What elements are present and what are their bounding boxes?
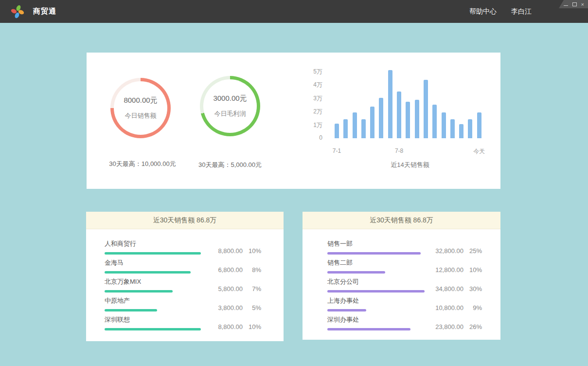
- y-tick-label: 4万: [301, 81, 322, 89]
- y-tick-label: 3万: [301, 94, 322, 103]
- progress-bar: [327, 328, 410, 330]
- pinwheel-logo-icon: [10, 4, 25, 19]
- daily-sales-bar[interactable]: [459, 124, 463, 138]
- item-amount: 3,800.00: [209, 304, 243, 311]
- customers-card-header: 近30天销售额 86.8万: [86, 212, 284, 229]
- x-tick-label: 7-1: [333, 147, 341, 154]
- item-percent: 25%: [463, 247, 482, 255]
- item-amount: 12,800.00: [429, 266, 463, 274]
- departments-sales-card: 近30天销售额 86.8万 销售一部32,800.0025%销售二部12,800…: [303, 212, 500, 340]
- today-profit-label: 今日毛利润: [214, 110, 246, 118]
- daily-sales-bar[interactable]: [442, 112, 446, 138]
- daily-sales-bar[interactable]: [343, 119, 348, 138]
- item-name: 销售二部: [327, 258, 385, 267]
- bar-chart-title: 近14天销售额: [335, 161, 485, 169]
- minimize-icon[interactable]: [564, 5, 568, 6]
- progress-bar: [105, 328, 201, 330]
- donut-center: 3000.00元 今日毛利润: [203, 79, 257, 133]
- help-center-link[interactable]: 帮助中心: [469, 7, 497, 16]
- today-profit-donut: 3000.00元 今日毛利润: [200, 76, 260, 136]
- today-sales-value: 8000.00元: [124, 96, 157, 105]
- item-amount: 32,800.00: [429, 247, 463, 255]
- daily-sales-bar[interactable]: [388, 70, 392, 139]
- item-amount: 6,800.00: [209, 266, 243, 274]
- item-amount: 10,800.00: [429, 304, 463, 311]
- item-percent: 8%: [243, 266, 261, 274]
- item-amount: 5,800.00: [209, 285, 243, 293]
- bar-chart-bars: [335, 70, 481, 138]
- y-tick-label: 1万: [301, 121, 322, 129]
- progress-bar: [327, 290, 425, 293]
- list-item[interactable]: 深圳办事处23,800.0026%: [327, 311, 482, 330]
- header-nav: 帮助中心 李白江: [469, 7, 588, 16]
- item-percent: 10%: [243, 247, 261, 255]
- daily-sales-bar[interactable]: [477, 112, 481, 138]
- progress-bar: [327, 252, 421, 255]
- item-name: 金海马: [105, 258, 191, 267]
- y-tick-label: 0: [301, 134, 322, 141]
- daily-sales-bar[interactable]: [415, 100, 419, 139]
- item-amount: 8,800.00: [209, 247, 243, 255]
- maximize-icon[interactable]: [572, 2, 577, 6]
- customers-list: 人和商贸行8,800.0010%金海马6,800.008%北京万象MIX5,80…: [86, 229, 284, 330]
- item-percent: 10%: [463, 266, 482, 274]
- y-tick-label: 2万: [301, 108, 322, 116]
- donut-center: 8000.00元 今日销售额: [114, 81, 167, 135]
- item-amount: 8,800.00: [209, 323, 243, 330]
- bar-chart-y-axis: 5万4万3万2万1万0: [301, 68, 322, 141]
- x-tick-label: 7-8: [395, 147, 403, 154]
- today-profit-value: 3000.00元: [213, 94, 247, 103]
- today-sales-donut: 8000.00元 今日销售额: [110, 78, 171, 138]
- daily-sales-bar[interactable]: [397, 92, 401, 138]
- list-item[interactable]: 上海办事处10,800.009%: [327, 292, 482, 311]
- item-percent: 9%: [463, 304, 482, 311]
- summary-card: 8000.00元 今日销售额 30天最高：10,000.00元 3000.00元…: [87, 53, 500, 189]
- close-icon[interactable]: ×: [581, 2, 584, 7]
- item-name: 北京万象MIX: [105, 277, 173, 286]
- window-controls: ×: [559, 0, 588, 8]
- progress-bar: [105, 290, 173, 293]
- app-header: 商贸通 帮助中心 李白江: [0, 0, 588, 23]
- item-amount: 34,800.00: [429, 285, 463, 293]
- y-tick-label: 5万: [301, 68, 322, 76]
- progress-bar: [327, 309, 366, 311]
- item-name: 人和商贸行: [105, 239, 201, 248]
- bar-chart-x-axis: 7-17-8今天: [335, 147, 485, 154]
- customers-sales-card: 近30天销售额 86.8万 人和商贸行8,800.0010%金海马6,800.0…: [86, 212, 284, 341]
- item-percent: 26%: [463, 323, 482, 330]
- daily-sales-bar[interactable]: [361, 119, 366, 138]
- departments-card-header: 近30天销售额 86.8万: [303, 212, 500, 229]
- list-item[interactable]: 销售一部32,800.0025%: [327, 235, 482, 255]
- progress-bar: [105, 252, 201, 255]
- daily-sales-bar[interactable]: [424, 80, 428, 138]
- item-percent: 5%: [243, 304, 261, 311]
- item-name: 上海办事处: [327, 296, 366, 305]
- daily-sales-bar[interactable]: [450, 119, 455, 138]
- daily-sales-bar[interactable]: [370, 107, 374, 138]
- daily-sales-bar[interactable]: [353, 112, 357, 138]
- daily-sales-bar[interactable]: [379, 98, 383, 138]
- list-item[interactable]: 中原地产3,800.005%: [105, 292, 261, 311]
- list-item[interactable]: 销售二部12,800.0010%: [327, 254, 482, 274]
- departments-list: 销售一部32,800.0025%销售二部12,800.0010%北京分公司34,…: [303, 229, 500, 330]
- progress-bar: [327, 271, 385, 274]
- item-name: 深圳联想: [105, 315, 201, 324]
- item-percent: 7%: [243, 285, 261, 293]
- profit-30day-max: 30天最高：5,000.00元: [177, 161, 284, 169]
- list-item[interactable]: 人和商贸行8,800.0010%: [105, 235, 261, 255]
- list-item[interactable]: 深圳联想8,800.0010%: [105, 311, 261, 330]
- item-percent: 10%: [243, 323, 261, 330]
- daily-sales-bar[interactable]: [468, 119, 472, 138]
- user-name-link[interactable]: 李白江: [511, 7, 532, 16]
- item-name: 中原地产: [105, 296, 157, 305]
- item-name: 深圳办事处: [327, 315, 410, 324]
- list-item[interactable]: 北京万象MIX5,800.007%: [105, 273, 261, 293]
- list-item[interactable]: 北京分公司34,800.0030%: [327, 273, 482, 293]
- today-sales-label: 今日销售额: [125, 111, 157, 120]
- daily-sales-bar[interactable]: [406, 102, 410, 138]
- daily-sales-bar[interactable]: [432, 105, 437, 138]
- item-amount: 23,800.00: [429, 323, 463, 330]
- daily-sales-bar[interactable]: [335, 124, 339, 138]
- list-item[interactable]: 金海马6,800.008%: [105, 254, 261, 274]
- item-percent: 30%: [463, 285, 482, 293]
